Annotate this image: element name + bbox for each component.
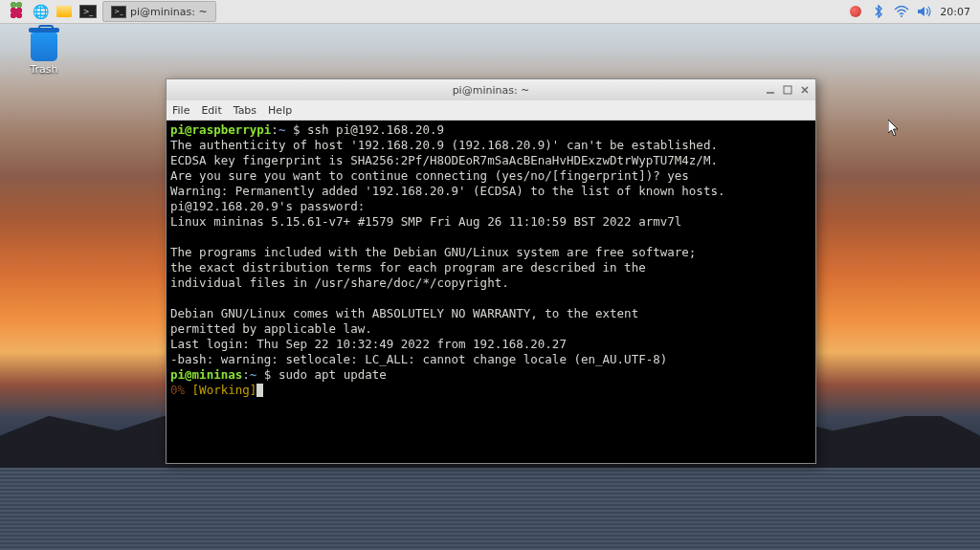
- command-ssh: ssh pi@192.168.20.9: [307, 122, 444, 137]
- window-title: pi@mininas: ~: [167, 84, 815, 97]
- file-manager-launcher[interactable]: [53, 0, 76, 23]
- close-button[interactable]: [798, 83, 812, 97]
- output-line: -bash: warning: setlocale: LC_ALL: canno…: [170, 352, 667, 366]
- window-titlebar[interactable]: pi@mininas: ~: [167, 79, 815, 100]
- menu-help[interactable]: Help: [268, 104, 292, 117]
- output-line: the exact distribution terms for each pr…: [170, 260, 646, 275]
- output-line: Linux mininas 5.15.61-v7+ #1579 SMP Fri …: [170, 214, 681, 229]
- wallpaper-water: [0, 468, 980, 550]
- prompt-user: pi@mininas: [170, 367, 242, 382]
- menu-file[interactable]: File: [172, 104, 189, 117]
- trash-label: Trash: [21, 63, 67, 76]
- window-menubar: File Edit Tabs Help: [167, 100, 815, 121]
- taskbar-clock[interactable]: 20:07: [940, 6, 970, 18]
- terminal-window: pi@mininas: ~ File Edit Tabs Help pi@ras…: [166, 78, 816, 464]
- mouse-pointer-icon: [888, 120, 900, 137]
- terminal-launcher[interactable]: >_: [76, 0, 100, 23]
- output-line: The programs included with the Debian GN…: [170, 245, 696, 259]
- output-line: individual files in /usr/share/doc/*/cop…: [170, 275, 509, 290]
- globe-icon: 🌐: [33, 4, 49, 19]
- terminal-cursor: [256, 384, 263, 397]
- output-line: Warning: Permanently added '192.168.20.9…: [170, 184, 724, 198]
- applications-menu-button[interactable]: [0, 0, 29, 23]
- svg-point-0: [901, 15, 902, 17]
- output-line: Are you sure you want to continue connec…: [170, 168, 689, 183]
- minimize-button[interactable]: [764, 83, 777, 97]
- maximize-button[interactable]: [781, 83, 794, 97]
- bluetooth-icon[interactable]: [871, 4, 886, 19]
- output-line: Debian GNU/Linux comes with ABSOLUTELY N…: [170, 306, 638, 320]
- output-line: The authenticity of host '192.168.20.9 (…: [170, 138, 718, 152]
- prompt-user: pi@raspberrypi: [170, 122, 271, 137]
- wifi-icon[interactable]: [894, 4, 909, 19]
- menu-tabs[interactable]: Tabs: [234, 104, 256, 117]
- trash-desktop-icon[interactable]: Trash: [21, 33, 67, 76]
- web-browser-launcher[interactable]: 🌐: [29, 0, 53, 23]
- taskbar-window-label: pi@mininas: ~: [130, 6, 208, 18]
- taskbar-window-entry[interactable]: >_ pi@mininas: ~: [102, 1, 216, 22]
- progress-label: [Working]: [192, 383, 257, 397]
- terminal-content[interactable]: pi@raspberrypi:~ $ ssh pi@192.168.20.9 T…: [167, 121, 815, 463]
- taskbar: 🌐 >_ >_ pi@mininas: ~ 20:07: [0, 0, 980, 24]
- output-line: ECDSA key fingerprint is SHA256:2Pf/H8OD…: [170, 153, 718, 167]
- raspberry-pi-logo-icon: [8, 3, 25, 20]
- terminal-icon: >_: [111, 6, 126, 18]
- trash-icon: [31, 33, 57, 61]
- output-line: Last login: Thu Sep 22 10:32:49 2022 fro…: [170, 337, 567, 351]
- svg-rect-1: [784, 86, 791, 94]
- folder-icon: [56, 6, 72, 17]
- terminal-icon: >_: [79, 5, 97, 18]
- record-indicator-icon[interactable]: [848, 4, 863, 19]
- command-apt: sudo apt update: [278, 367, 387, 382]
- volume-icon[interactable]: [917, 4, 932, 19]
- output-line: permitted by applicable law.: [170, 321, 372, 336]
- menu-edit[interactable]: Edit: [201, 104, 221, 117]
- progress-percent: 0%: [170, 383, 185, 397]
- output-line: pi@192.168.20.9's password:: [170, 199, 365, 213]
